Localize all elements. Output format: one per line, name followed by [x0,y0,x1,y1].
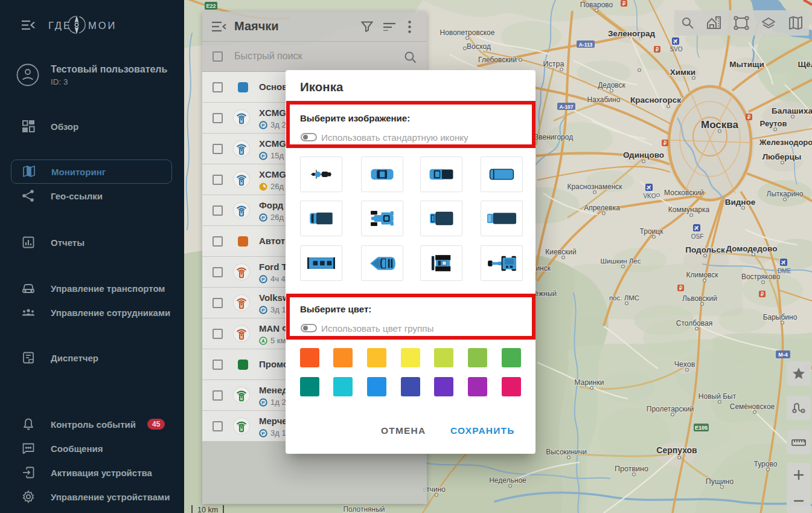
svg-text:Коммунарка: Коммунарка [668,205,710,214]
svg-text:Глебовский: Глебовский [478,56,517,64]
svg-text:Железнодорожный: Железнодорожный [759,138,812,147]
svg-text:Видное: Видное [725,198,756,207]
svg-text:Пролетарский: Пролетарский [647,405,694,413]
svg-text:₽: ₽ [679,285,682,291]
svg-text:₽: ₽ [656,47,659,53]
svg-text:Щёлково: Щёлково [798,60,812,69]
svg-text:E105: E105 [695,425,708,431]
svg-text:Люберцы: Люберцы [762,152,802,161]
svg-text:Московский: Московский [664,189,704,197]
svg-text:E22: E22 [206,3,216,9]
svg-text:Новый Быт: Новый Быт [699,392,737,401]
svg-text:Пущино: Пущино [706,477,734,486]
svg-text:Троицк: Троицк [640,227,664,236]
svg-text:Москва: Москва [701,119,739,131]
svg-text:P: P [261,430,265,436]
svg-text:P: P [261,307,265,312]
svg-text:М-4: М-4 [778,352,788,358]
svg-text:Звенигород: Звенигород [534,133,573,141]
svg-text:Поварово: Поварово [580,1,613,9]
svg-text:Апрелевка: Апрелевка [584,204,620,212]
svg-text:Киевский: Киевский [545,248,576,256]
svg-text:₽: ₽ [663,140,667,146]
svg-text:Одинцово: Одинцово [623,150,664,160]
svg-text:Семёновское: Семёновское [730,402,775,411]
svg-text:Мытищи: Мытищи [729,60,764,69]
svg-text:P: P [261,153,265,158]
svg-text:А-107: А-107 [559,104,573,110]
svg-text:Новопетровское: Новопетровское [440,28,495,37]
svg-text:Протвино: Протвино [615,465,648,473]
svg-text:Дедовск: Дедовск [598,81,625,89]
svg-text:P: P [261,122,265,127]
svg-text:₽: ₽ [747,114,750,120]
svg-text:Барыбино: Барыбино [763,313,798,321]
svg-text:Домодедово: Домодедово [726,244,778,253]
svg-text:Востряково: Востряково [741,273,781,281]
svg-text:Краснознаменск: Краснознаменск [567,182,622,191]
svg-text:Зеленоград: Зеленоград [608,29,656,38]
svg-text:Реутов: Реутов [760,119,787,128]
svg-text:Красногорск: Красногорск [630,95,681,105]
svg-text:Серпухов: Серпухов [656,445,697,455]
svg-text:SVO: SVO [670,46,682,53]
svg-text:₽: ₽ [761,291,764,297]
svg-text:VKO: VKO [643,193,656,199]
svg-text:Климовск: Климовск [686,271,718,279]
svg-text:Шишкин Лес: Шишкин Лес [601,257,641,265]
svg-text:Химки: Химки [670,68,695,77]
svg-text:Львовский: Львовский [682,294,717,303]
svg-text:Истра: Истра [543,60,564,68]
svg-text:P: P [261,215,265,220]
svg-text:Лыткарино: Лыткарино [767,190,804,198]
svg-text:P: P [261,399,265,405]
svg-text:Нахабино: Нахабино [587,95,621,104]
svg-text:10 km: 10 km [197,506,218,513]
svg-text:А-113: А-113 [579,42,593,48]
svg-text:Столбовая: Столбовая [676,319,712,327]
svg-text:Высокиничи: Высокиничи [546,448,587,456]
svg-text:Маринки: Маринки [575,378,604,387]
svg-text:Полотняный: Полотняный [343,505,385,513]
svg-text:OSF: OSF [691,233,704,240]
svg-text:Подольск: Подольск [685,245,725,254]
svg-text:P: P [261,276,265,282]
svg-text:Недельное: Недельное [489,476,526,485]
svg-text:Восход: Восход [467,42,491,51]
svg-text:пос. ЛМС: пос. ЛМС [609,294,639,302]
svg-text:Чехов: Чехов [674,360,695,369]
svg-text:DME: DME [778,268,791,274]
svg-text:₽: ₽ [622,1,625,7]
svg-text:Турово: Турово [754,460,778,468]
svg-text:Балашиха: Балашиха [772,106,812,115]
